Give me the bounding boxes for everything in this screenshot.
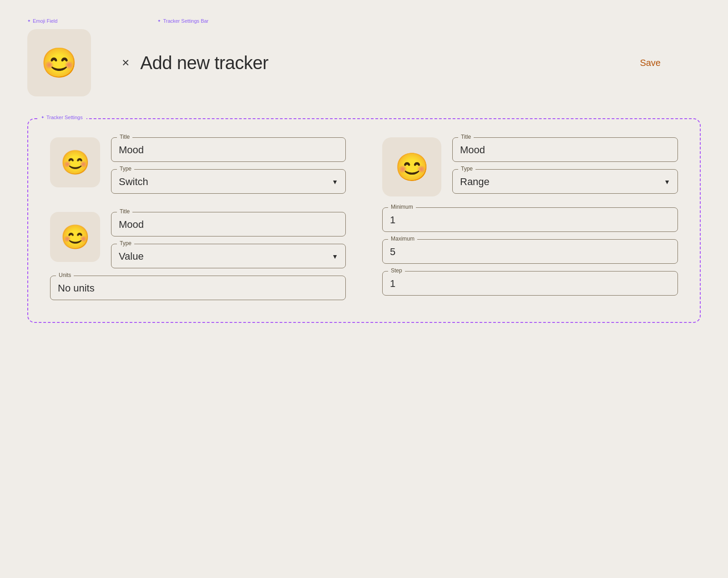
tracker-card-range-inner: 😊 Title Mood Type Range ▼ [382, 137, 678, 196]
settings-grid: 😊 Title Mood Type Switch ▼ [50, 137, 678, 300]
tracker3-fields: Title Mood Type Range ▼ [452, 137, 678, 194]
tracker1-fields: Title Mood Type Switch ▼ [111, 137, 346, 194]
tracker-card-value: 😊 Title Mood Type Value ▼ [50, 212, 346, 268]
emoji-display: 😊 [41, 46, 77, 80]
tracker3-title-value: Mood [460, 144, 485, 156]
tracker1-title-value: Mood [119, 144, 144, 156]
tracker3-type-value: Range [460, 176, 490, 188]
tracker2-units-field: Units No units [50, 276, 346, 300]
tracker2-type-value: Value [119, 251, 144, 262]
tracker3-type-select[interactable]: Range ▼ [460, 176, 670, 188]
tracker2-type-label: Type [117, 240, 134, 246]
tracker1-type-select[interactable]: Switch ▼ [119, 176, 338, 188]
tracker3-type-field[interactable]: Type Range ▼ [452, 169, 678, 194]
tracker1-type-value: Switch [119, 176, 148, 188]
tracker3-emoji[interactable]: 😊 [382, 137, 441, 196]
tracker1-emoji[interactable]: 😊 [50, 137, 100, 187]
tracker-settings-label: Tracker Settings [37, 115, 86, 120]
chevron-down-icon: ▼ [332, 178, 338, 186]
step-value: 1 [390, 278, 395, 289]
emoji-field-label: Emoji Field [27, 18, 57, 24]
tracker3-title-field: Title Mood [452, 137, 678, 162]
emoji-field-wrapper: 😊 [27, 29, 91, 96]
range-extra-fields: Minimum 1 Maximum 5 Step 1 [382, 207, 678, 296]
minimum-value: 1 [390, 214, 395, 226]
page-title: Add new tracker [140, 53, 268, 73]
tracker-card-range-wrapper: 😊 Title Mood Type Range ▼ [382, 137, 678, 300]
tracker2-emoji[interactable]: 😊 [50, 212, 100, 262]
tracker2-title-field: Title Mood [111, 212, 346, 236]
tracker-bar-wrapper: × Add new tracker Save [118, 29, 701, 96]
maximum-value: 5 [390, 246, 395, 257]
minimum-label: Minimum [388, 204, 416, 210]
tracker-settings-section: Tracker Settings 😊 Title Mood Type Switc… [27, 118, 701, 323]
minimum-field: Minimum 1 [382, 207, 678, 232]
tracker2-title-label: Title [117, 208, 132, 215]
close-button[interactable]: × [122, 56, 129, 69]
tracker-settings-bar-label: Tracker Settings Bar [157, 18, 208, 24]
chevron-down-icon-3: ▼ [664, 178, 670, 186]
tracker3-type-label: Type [458, 166, 475, 172]
tracker2-title-value: Mood [119, 219, 144, 230]
save-button[interactable]: Save [640, 58, 661, 68]
tracker-card-switch: 😊 Title Mood Type Switch ▼ [50, 137, 346, 194]
tracker2-type-field[interactable]: Type Value ▼ [111, 244, 346, 268]
tracker1-title-field: Title Mood [111, 137, 346, 162]
tracker2-units-label: Units [56, 272, 74, 278]
tracker2-type-select[interactable]: Value ▼ [119, 251, 338, 262]
maximum-label: Maximum [388, 236, 417, 242]
step-field: Step 1 [382, 271, 678, 296]
tracker2-fields: Title Mood Type Value ▼ [111, 212, 346, 268]
tracker-card-value-wrapper: 😊 Title Mood Type Value ▼ [50, 212, 346, 300]
tracker1-title-label: Title [117, 134, 132, 140]
chevron-down-icon-2: ▼ [332, 253, 338, 260]
tracker1-type-label: Type [117, 166, 134, 172]
tracker2-units-value: No units [58, 282, 95, 294]
tracker1-type-field[interactable]: Type Switch ▼ [111, 169, 346, 194]
emoji-field[interactable]: 😊 [27, 29, 91, 96]
tracker3-title-label: Title [458, 134, 474, 140]
tracker-settings-bar: × Add new tracker Save [118, 29, 701, 96]
maximum-field: Maximum 5 [382, 239, 678, 264]
step-label: Step [388, 267, 405, 274]
